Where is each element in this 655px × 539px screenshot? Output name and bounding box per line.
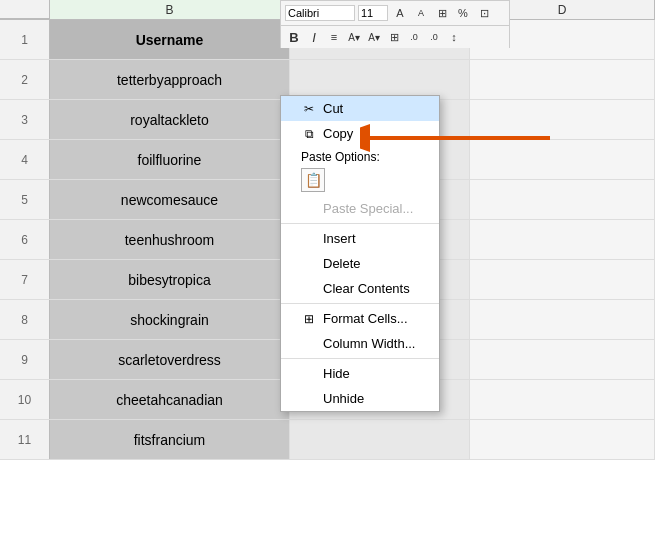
cut-icon: ✂: [301, 102, 317, 116]
cell-c11[interactable]: [290, 420, 470, 459]
cell-d4[interactable]: [470, 140, 655, 179]
percent-icon[interactable]: %: [454, 4, 472, 22]
toolbar-row-1: A A ⊞ % ⊡: [281, 1, 509, 26]
table-row: 11 fitsfrancium: [0, 420, 655, 460]
paste-options-section: Paste Options:: [281, 146, 439, 166]
paste-icons-row: 📋: [281, 166, 439, 196]
row-number: 8: [0, 300, 50, 339]
menu-item-clear-contents[interactable]: Clear Contents: [281, 276, 439, 301]
cell-d7[interactable]: [470, 260, 655, 299]
cell-b6[interactable]: teenhushroom: [50, 220, 290, 259]
menu-item-cut[interactable]: ✂ Cut: [281, 96, 439, 121]
font-size-input[interactable]: [358, 5, 388, 21]
menu-item-format-cells[interactable]: ⊞ Format Cells...: [281, 306, 439, 331]
corner-cell: [0, 0, 50, 19]
cell-d10[interactable]: [470, 380, 655, 419]
menu-item-unhide[interactable]: Unhide: [281, 386, 439, 411]
row-number: 5: [0, 180, 50, 219]
menu-item-clear-contents-label: Clear Contents: [323, 281, 410, 296]
cell-b1[interactable]: Username: [50, 20, 290, 59]
col-header-b[interactable]: B: [50, 0, 290, 19]
menu-item-unhide-label: Unhide: [323, 391, 364, 406]
menu-item-copy[interactable]: ⧉ Copy: [281, 121, 439, 146]
menu-item-paste-special-label: Paste Special...: [323, 201, 413, 216]
menu-item-insert-label: Insert: [323, 231, 356, 246]
cell-b5[interactable]: newcomesauce: [50, 180, 290, 219]
menu-item-hide[interactable]: Hide: [281, 361, 439, 386]
row-number: 4: [0, 140, 50, 179]
borders-icon[interactable]: ⊞: [385, 28, 403, 46]
cell-b9[interactable]: scarletoverdress: [50, 340, 290, 379]
format-cells-icon: ⊞: [301, 312, 317, 326]
cell-b3[interactable]: royaltackleto: [50, 100, 290, 139]
row-number: 9: [0, 340, 50, 379]
row-number: 3: [0, 100, 50, 139]
menu-item-delete[interactable]: Delete: [281, 251, 439, 276]
font-color-icon[interactable]: A▾: [365, 28, 383, 46]
menu-divider-3: [281, 358, 439, 359]
cell-d8[interactable]: [470, 300, 655, 339]
table-row: 2 tetterbyapproach: [0, 60, 655, 100]
cell-b2[interactable]: tetterbyapproach: [50, 60, 290, 99]
menu-item-hide-label: Hide: [323, 366, 350, 381]
wrap-text-icon[interactable]: ⊞: [433, 4, 451, 22]
cell-b8[interactable]: shockingrain: [50, 300, 290, 339]
menu-item-column-width[interactable]: Column Width...: [281, 331, 439, 356]
paste-icon-clipboard[interactable]: 📋: [301, 168, 325, 192]
menu-item-column-width-label: Column Width...: [323, 336, 415, 351]
row-number: 2: [0, 60, 50, 99]
menu-divider-1: [281, 223, 439, 224]
cell-d6[interactable]: [470, 220, 655, 259]
sort-icon[interactable]: ↕: [445, 28, 463, 46]
bold-button[interactable]: B: [285, 28, 303, 46]
table-icon[interactable]: ⊡: [475, 4, 493, 22]
menu-item-paste-special: Paste Special...: [281, 196, 439, 221]
copy-icon: ⧉: [301, 127, 317, 141]
context-menu: ✂ Cut ⧉ Copy Paste Options: 📋 Paste Spec…: [280, 95, 440, 412]
decrease-decimal-icon[interactable]: .0: [425, 28, 443, 46]
menu-item-format-cells-label: Format Cells...: [323, 311, 408, 326]
formatting-toolbar: A A ⊞ % ⊡ B I ≡ A▾ A▾ ⊞ .0 .0 ↕: [280, 0, 510, 48]
row-number: 11: [0, 420, 50, 459]
cell-d3[interactable]: [470, 100, 655, 139]
cell-d9[interactable]: [470, 340, 655, 379]
menu-item-insert[interactable]: Insert: [281, 226, 439, 251]
cell-b11[interactable]: fitsfrancium: [50, 420, 290, 459]
toolbar-row-2: B I ≡ A▾ A▾ ⊞ .0 .0 ↕: [281, 26, 509, 48]
menu-divider-2: [281, 303, 439, 304]
row-number: 6: [0, 220, 50, 259]
paste-options-label-text: Paste Options:: [301, 150, 380, 164]
font-name-input[interactable]: [285, 5, 355, 21]
cell-b7[interactable]: bibesytropica: [50, 260, 290, 299]
decrease-font-icon[interactable]: A: [412, 4, 430, 22]
menu-item-copy-label: Copy: [323, 126, 353, 141]
cell-b10[interactable]: cheetahcanadian: [50, 380, 290, 419]
menu-item-cut-label: Cut: [323, 101, 343, 116]
row-number: 7: [0, 260, 50, 299]
italic-button[interactable]: I: [305, 28, 323, 46]
align-button[interactable]: ≡: [325, 28, 343, 46]
cell-d2[interactable]: [470, 60, 655, 99]
cell-d11[interactable]: [470, 420, 655, 459]
highlight-icon[interactable]: A▾: [345, 28, 363, 46]
increase-font-icon[interactable]: A: [391, 4, 409, 22]
cell-d5[interactable]: [470, 180, 655, 219]
row-number: 10: [0, 380, 50, 419]
row-number: 1: [0, 20, 50, 59]
cell-c2[interactable]: [290, 60, 470, 99]
menu-item-delete-label: Delete: [323, 256, 361, 271]
increase-decimal-icon[interactable]: .0: [405, 28, 423, 46]
cell-b4[interactable]: foilfluorine: [50, 140, 290, 179]
